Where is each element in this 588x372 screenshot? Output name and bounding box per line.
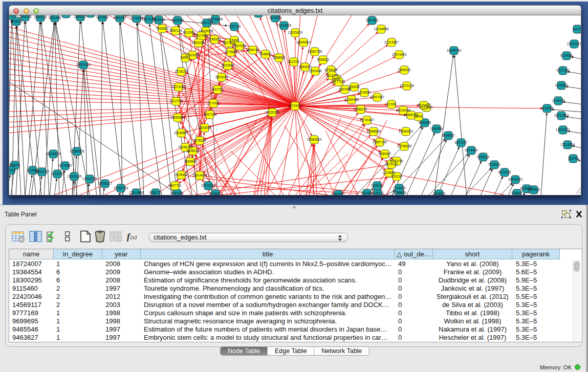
- svg-text:(x): (x): [130, 234, 137, 240]
- svg-text:1733426: 1733426: [393, 186, 406, 190]
- svg-text:18724007: 18724007: [288, 104, 302, 107]
- svg-text:9146821: 9146821: [259, 52, 272, 56]
- svg-text:12923448: 12923448: [129, 191, 144, 194]
- svg-text:1524851: 1524851: [383, 171, 396, 174]
- svg-text:4497568: 4497568: [339, 87, 352, 91]
- svg-text:7515546: 7515546: [171, 18, 184, 22]
- svg-text:1004612: 1004612: [433, 192, 446, 195]
- svg-text:1615112: 1615112: [385, 162, 398, 166]
- svg-text:17957225: 17957225: [82, 177, 97, 181]
- svg-text:7357224: 7357224: [201, 21, 213, 25]
- svg-text:1136141: 1136141: [371, 184, 384, 187]
- svg-text:3912954: 3912954: [183, 31, 195, 34]
- svg-text:8044: 8044: [415, 115, 423, 118]
- svg-text:9051358: 9051358: [171, 191, 184, 195]
- svg-text:8454749: 8454749: [247, 48, 259, 52]
- svg-text:1527602: 1527602: [96, 15, 109, 19]
- svg-text:2093119: 2093119: [34, 15, 47, 19]
- svg-text:9515402: 9515402: [418, 103, 430, 107]
- svg-text:1409949: 1409949: [184, 160, 197, 163]
- svg-text:19756928: 19756928: [397, 144, 412, 148]
- svg-text:3175685: 3175685: [225, 50, 237, 54]
- svg-text:99154: 99154: [9, 168, 15, 172]
- svg-text:3578334: 3578334: [193, 139, 206, 142]
- svg-text:1621075: 1621075: [326, 74, 339, 77]
- svg-text:9699695: 9699695: [419, 121, 431, 124]
- svg-text:2718176: 2718176: [175, 70, 188, 73]
- svg-text:12213363: 12213363: [171, 85, 186, 89]
- svg-text:9657791: 9657791: [169, 184, 182, 187]
- svg-text:9474444: 9474444: [465, 148, 478, 152]
- svg-text:1362615: 1362615: [299, 65, 312, 69]
- svg-text:19218506: 19218506: [277, 24, 292, 27]
- svg-text:17359928: 17359928: [70, 149, 84, 153]
- svg-text:12213967: 12213967: [384, 40, 399, 44]
- svg-text:7386372: 7386372: [355, 107, 367, 111]
- svg-text:10543362: 10543362: [191, 41, 206, 45]
- svg-text:7625402: 7625402: [175, 173, 188, 177]
- svg-text:924502: 924502: [511, 191, 522, 195]
- svg-text:9129996: 9129996: [560, 54, 573, 57]
- svg-text:7955812: 7955812: [317, 58, 330, 61]
- svg-text:2094118: 2094118: [19, 15, 32, 18]
- svg-text:9327505: 9327505: [195, 34, 208, 37]
- svg-text:2935114: 2935114: [477, 155, 490, 159]
- svg-text:6466160: 6466160: [114, 16, 126, 19]
- svg-text:10648784: 10648784: [447, 49, 462, 52]
- svg-text:11123: 11123: [573, 27, 581, 31]
- svg-text:7357224: 7357224: [228, 25, 241, 28]
- svg-text:717006: 717006: [208, 101, 219, 105]
- svg-text:16033809: 16033809: [208, 17, 223, 21]
- svg-text:9227343: 9227343: [557, 69, 570, 72]
- svg-text:16210643: 16210643: [554, 114, 569, 117]
- svg-text:13692971: 13692971: [556, 128, 571, 132]
- svg-text:8471626: 8471626: [498, 170, 511, 174]
- svg-text:19166827: 19166827: [174, 131, 189, 135]
- svg-text:1141513: 1141513: [51, 172, 64, 176]
- svg-text:19384554: 19384554: [307, 138, 322, 141]
- svg-text:18807249: 18807249: [373, 140, 387, 144]
- svg-text:6379197: 6379197: [455, 141, 468, 144]
- svg-text:12942737: 12942737: [35, 170, 50, 173]
- svg-text:252214: 252214: [391, 174, 402, 178]
- svg-text:15751074: 15751074: [567, 42, 581, 46]
- svg-text:9084067: 9084067: [379, 152, 391, 156]
- svg-text:10654983: 10654983: [170, 116, 185, 119]
- svg-text:812203: 812203: [288, 60, 299, 63]
- svg-text:8938923: 8938923: [442, 134, 455, 137]
- svg-text:1588520: 1588520: [273, 56, 286, 59]
- svg-text:1024502: 1024502: [528, 188, 540, 191]
- svg-text:70046786: 70046786: [178, 145, 193, 149]
- svg-text:1136141: 1136141: [372, 191, 384, 195]
- svg-text:1990448: 1990448: [309, 69, 322, 73]
- svg-text:15720407: 15720407: [360, 118, 375, 122]
- svg-text:1244415: 1244415: [552, 99, 565, 102]
- svg-text:6794028: 6794028: [325, 68, 338, 72]
- svg-text:3660124: 3660124: [169, 29, 182, 32]
- svg-text:3267110: 3267110: [204, 113, 216, 116]
- svg-text:1209387: 1209387: [555, 83, 568, 87]
- svg-text:842752: 842752: [212, 87, 223, 91]
- svg-text:16782759: 16782759: [114, 186, 128, 190]
- svg-text:2367608: 2367608: [233, 44, 246, 48]
- svg-text:1405571: 1405571: [10, 19, 23, 23]
- svg-text:13325419: 13325419: [288, 31, 303, 34]
- svg-text:1024554: 1024554: [358, 91, 371, 94]
- svg-text:10958117: 10958117: [98, 182, 112, 185]
- svg-text:15466: 15466: [230, 38, 239, 42]
- svg-text:17018504: 17018504: [560, 143, 575, 146]
- svg-text:1353594: 1353594: [199, 126, 211, 129]
- svg-text:3813054: 3813054: [269, 16, 282, 19]
- svg-text:3186323: 3186323: [208, 37, 221, 41]
- svg-text:21364436: 21364436: [344, 98, 359, 101]
- svg-text:7485003: 7485003: [398, 68, 411, 72]
- svg-text:10025438: 10025438: [396, 108, 411, 112]
- svg-text:1010755: 1010755: [170, 99, 183, 103]
- svg-text:1640954: 1640954: [430, 127, 443, 130]
- svg-text:20053346: 20053346: [76, 63, 91, 67]
- svg-text:2087662: 2087662: [366, 18, 379, 22]
- svg-text:9282711: 9282711: [149, 191, 162, 194]
- svg-text:15716485: 15716485: [201, 184, 216, 187]
- svg-text:10654122: 10654122: [508, 178, 523, 181]
- svg-text:9242848: 9242848: [222, 63, 234, 67]
